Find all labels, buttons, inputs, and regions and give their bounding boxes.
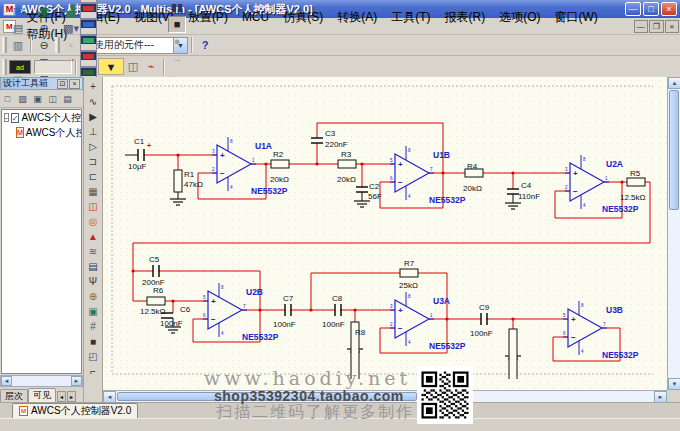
misc-group-icon[interactable]: ≋ (85, 244, 101, 259)
component-C8[interactable]: C8100nF (322, 294, 345, 329)
electromechanical-group-icon[interactable]: ⊕ (85, 289, 101, 304)
hierarchical-block-icon[interactable]: ◰ (85, 349, 101, 364)
step-into-button[interactable]: → (168, 50, 186, 67)
component-U2B[interactable]: +−56784U2BNE5532P (203, 283, 279, 342)
menu-窗口W[interactable]: 窗口(W) (548, 9, 605, 25)
labview-instrument-button[interactable]: ◫ (124, 58, 142, 75)
connector-group-icon[interactable]: # (85, 319, 101, 334)
advanced-peripherals-group-icon[interactable]: ▤ (85, 259, 101, 274)
component-R8[interactable]: R8100kΩ (351, 77, 388, 379)
logic-analyzer-icon[interactable] (80, 51, 97, 67)
menu-仿真S[interactable]: 仿真(S) (276, 9, 330, 25)
document-tab[interactable]: M AWCS个人控制器V2.0 (12, 403, 138, 418)
postprocessor-button[interactable]: ▩▾ (62, 20, 80, 37)
close-button[interactable]: × (661, 2, 677, 16)
tabs-scroll-left-icon[interactable]: ◂ (57, 391, 66, 402)
toolbox-save-button[interactable]: ▣ (30, 91, 45, 106)
basic-group-icon[interactable]: ∿ (85, 94, 101, 109)
diode-group-icon[interactable]: ▶ (85, 109, 101, 124)
bus-icon[interactable]: ⌐ (85, 364, 101, 379)
transistor-group-icon[interactable]: ⊥ (85, 124, 101, 139)
component-C4[interactable]: C4110nF (507, 181, 540, 201)
tab-hierarchy[interactable]: 层次 (0, 389, 28, 402)
component-R2[interactable]: R220kΩ (270, 150, 289, 184)
fullscreen-button[interactable]: ▣ (35, 3, 53, 20)
component-C2[interactable]: C256F (356, 182, 382, 201)
print-preview-button[interactable]: ▥ (9, 37, 27, 54)
toolbar-grip[interactable] (55, 37, 60, 53)
scroll-left-icon[interactable]: ◄ (103, 391, 116, 402)
scroll-right-icon[interactable]: ► (654, 391, 667, 402)
scroll-down-icon[interactable]: ▼ (668, 378, 680, 390)
toolbox-new-button[interactable]: □ (0, 91, 15, 106)
menu-工具T[interactable]: 工具(T) (384, 9, 437, 25)
toolbox-print-button[interactable]: ▤ (60, 91, 75, 106)
save-button[interactable]: ▣ (9, 3, 27, 20)
grapher-button[interactable]: ▟ (62, 3, 80, 20)
menu-放置P[interactable]: 放置(P) (181, 9, 235, 25)
tree-expand-icon[interactable]: - (4, 113, 9, 122)
mdi-restore-button[interactable]: ❐ (649, 20, 663, 33)
scroll-left-icon[interactable]: ◄ (1, 376, 12, 386)
component-R7[interactable]: R725kΩ (399, 259, 418, 290)
component-U3A[interactable]: +−32184U3ANE5532P (390, 292, 466, 351)
tabs-scroll-right-icon[interactable]: ▸ (67, 391, 76, 402)
schematic-canvas[interactable]: +C110µFR147kΩ+−32184U1ANE5532PR220kΩC322… (103, 77, 680, 402)
maximize-button[interactable]: □ (643, 2, 659, 16)
menu-报表R[interactable]: 报表(R) (438, 9, 493, 25)
ttl-group-icon[interactable]: ⊐ (85, 154, 101, 169)
zoom-in-button[interactable]: ⊕ (35, 20, 53, 37)
in-use-slot[interactable] (34, 60, 72, 74)
analog-group-icon[interactable]: ▷ (85, 139, 101, 154)
tree-root-item[interactable]: - ✓ AWCS个人控制器 (2, 110, 81, 125)
scroll-right-icon[interactable]: ► (71, 376, 82, 386)
power-group-icon[interactable]: ▲ (85, 229, 101, 244)
cmos-group-icon[interactable]: ⊏ (85, 169, 101, 184)
schematic-drawing[interactable]: +C110µFR147kΩ+−32184U1ANE5532PR220kΩC322… (103, 77, 653, 379)
component-U1B[interactable]: +−56784U1BNE5532P (390, 146, 466, 205)
toolbox-close-button[interactable]: ◫ (45, 91, 60, 106)
panel-pin-icon[interactable]: ⊡ (57, 79, 68, 89)
mdi-minimize-button[interactable]: — (634, 20, 648, 33)
canvas-vscrollbar[interactable]: ▲ ▼ (667, 77, 680, 390)
toolbox-hscrollbar[interactable]: ◄ ► (0, 375, 83, 387)
tree-checkbox-icon[interactable]: ✓ (11, 113, 20, 123)
component-R4[interactable]: R420kΩ (463, 162, 483, 193)
source-group-icon[interactable]: + (85, 79, 101, 94)
mcu-group-icon[interactable]: ■ (85, 334, 101, 349)
menu-MCU[interactable]: MCU (235, 9, 276, 25)
stop-button[interactable]: ■ (168, 16, 186, 33)
measurement-probe-button[interactable]: ▼ (98, 58, 124, 75)
hscroll-thumb[interactable] (117, 392, 417, 401)
canvas-hscrollbar[interactable]: ◄ ► (103, 390, 667, 402)
mdi-close-button[interactable]: × (665, 20, 679, 33)
component-C9[interactable]: C9100nF (470, 303, 493, 338)
rf-group-icon[interactable]: Ψ (85, 274, 101, 289)
help-button[interactable]: ? (196, 37, 214, 54)
record-button[interactable]: ● (168, 33, 186, 50)
in-use-list-widget[interactable]: ad (9, 60, 72, 74)
mixed-group-icon[interactable]: ◫ (85, 199, 101, 214)
component-U3B[interactable]: +−56784U3BNE5532P (563, 301, 639, 360)
vscroll-thumb[interactable] (669, 90, 679, 210)
component-R3[interactable]: R320kΩ (337, 150, 356, 184)
component-C7[interactable]: C7100nF (273, 294, 296, 329)
panel-close-icon[interactable]: × (69, 79, 80, 89)
toolbar-grip[interactable] (2, 37, 7, 53)
component-wizard-button[interactable]: ▫ (62, 37, 80, 54)
toolbox-open-button[interactable]: ▨ (15, 91, 30, 106)
current-clamp-button[interactable]: ⌁ (142, 58, 160, 75)
menu-选项O[interactable]: 选项(O) (492, 9, 547, 25)
word-generator-icon[interactable] (80, 35, 97, 51)
misc-digital-group-icon[interactable]: ▦ (85, 184, 101, 199)
component-R9[interactable]: R950kΩ (361, 77, 517, 379)
frequency-counter-icon[interactable] (80, 19, 97, 35)
print-button[interactable]: ▤ (9, 20, 27, 37)
ni-component-group-icon[interactable]: ▣ (85, 304, 101, 319)
tree-child-item[interactable]: M AWCS个人控制器 (2, 125, 81, 140)
component-R5[interactable]: R512.5kΩ (620, 169, 646, 202)
indicator-group-icon[interactable]: ◎ (85, 214, 101, 229)
component-C1[interactable]: +C110µF (128, 137, 151, 171)
menu-转换A[interactable]: 转换(A) (330, 9, 384, 25)
zoom-out-button[interactable]: ⊖ (35, 37, 53, 54)
